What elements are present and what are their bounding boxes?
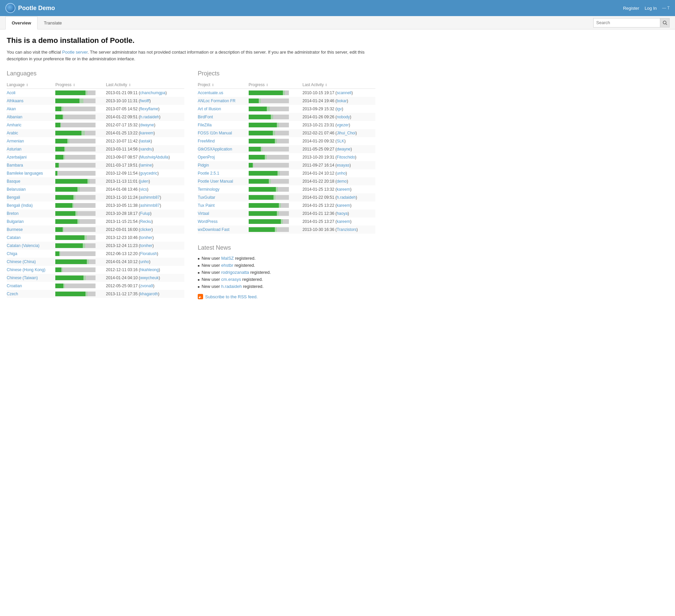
project-link[interactable]: Pidgin — [198, 163, 209, 168]
language-link[interactable]: Arabic — [7, 131, 18, 135]
user-link[interactable]: demo — [337, 179, 347, 184]
language-link[interactable]: Chiga — [7, 251, 17, 256]
user-link[interactable]: h.radaideh — [337, 195, 356, 200]
project-link[interactable]: TuxGuitar — [198, 195, 215, 200]
project-link[interactable]: Terminology — [198, 187, 220, 192]
news-user-link[interactable]: ehstbr — [221, 263, 233, 268]
project-link[interactable]: BirdFont — [198, 115, 213, 119]
language-link[interactable]: Acoli — [7, 90, 15, 95]
user-link[interactable]: kareem — [140, 131, 154, 135]
language-link[interactable]: Croatian — [7, 284, 22, 288]
project-link[interactable]: Pootle User Manual — [198, 179, 233, 184]
user-link[interactable]: toniher — [140, 235, 152, 240]
news-user-link[interactable]: h.radaideh — [221, 284, 242, 289]
project-link[interactable]: FOSS I10n Manual — [198, 131, 232, 135]
user-link[interactable]: unho — [140, 259, 149, 264]
user-link[interactable]: Floratush — [140, 251, 157, 256]
user-link[interactable]: SLK — [337, 139, 345, 143]
user-link[interactable]: guycedric — [140, 171, 157, 176]
rss-link[interactable]: Subscribe to the RSS feed. — [198, 294, 375, 299]
user-link[interactable]: kareem — [337, 203, 350, 208]
tab-translate[interactable]: Translate — [38, 16, 68, 29]
user-link[interactable]: lastak — [140, 139, 150, 143]
project-link[interactable]: GtkOSXApplication — [198, 147, 232, 151]
user-link[interactable]: khagaroth — [140, 292, 158, 296]
user-link[interactable]: esayas — [337, 163, 350, 168]
col-proj-progress-header[interactable]: Progress ⇕ — [249, 81, 303, 89]
user-link[interactable]: flexyflame — [140, 107, 158, 111]
language-link[interactable]: Chinese (Taiwan) — [7, 275, 38, 280]
project-link[interactable]: Tux Paint — [198, 203, 214, 208]
user-link[interactable]: igv — [337, 107, 342, 111]
project-link[interactable]: FreeMind — [198, 139, 215, 143]
user-link[interactable]: julen — [140, 179, 148, 184]
language-link[interactable]: Catalan (Valencia) — [7, 243, 40, 248]
language-link[interactable]: Amharic — [7, 123, 21, 127]
user-link[interactable]: hkahleong — [140, 267, 159, 272]
language-link[interactable]: Bengali — [7, 195, 20, 200]
news-user-link[interactable]: cm.erasys — [221, 277, 241, 282]
user-link[interactable]: scannell — [337, 90, 352, 95]
language-link[interactable]: Albanian — [7, 115, 22, 119]
user-link[interactable]: wwycheuk — [140, 275, 159, 280]
user-link[interactable]: toniher — [140, 243, 152, 248]
language-link[interactable]: Czech — [7, 292, 18, 296]
user-link[interactable]: Recku — [140, 219, 151, 224]
search-button[interactable] — [660, 18, 670, 27]
col-language-header[interactable]: Language ⇕ — [7, 81, 55, 89]
user-link[interactable]: MushviqAbdulla — [140, 155, 169, 160]
language-link[interactable]: Armenian — [7, 139, 24, 143]
project-link[interactable]: ANLoc Formation FR — [198, 99, 236, 103]
user-link[interactable]: chanchumgpa — [140, 90, 165, 95]
register-link[interactable]: Register — [623, 6, 639, 11]
language-link[interactable]: Asturian — [7, 147, 21, 151]
pootle-server-link[interactable]: Pootle server — [62, 50, 88, 55]
col-proj-activity-header[interactable]: Last Activity ⇕ — [303, 81, 375, 89]
language-link[interactable]: Chinese (Hong Kong) — [7, 267, 45, 272]
news-user-link[interactable]: MalSZ — [221, 256, 234, 261]
project-link[interactable]: OpenProj — [198, 155, 215, 160]
user-link[interactable]: bokar — [337, 99, 347, 103]
user-link[interactable]: Fulup — [140, 211, 150, 216]
language-link[interactable]: Azerbaijani — [7, 155, 26, 160]
user-link[interactable]: lamine — [140, 163, 152, 168]
project-link[interactable]: WordPress — [198, 219, 218, 224]
user-link[interactable]: Jihui_Choi — [337, 131, 356, 135]
language-link[interactable]: Belarusian — [7, 187, 26, 192]
user-link[interactable]: dwayne — [140, 123, 154, 127]
language-link[interactable]: Akan — [7, 107, 16, 111]
col-progress-header[interactable]: Progress ⇕ — [55, 81, 106, 89]
tab-overview[interactable]: Overview — [5, 16, 38, 29]
user-link[interactable]: ashimnb87 — [140, 195, 160, 200]
project-link[interactable]: Pootle 2.5.1 — [198, 171, 219, 176]
user-link[interactable]: Tranzistors — [337, 227, 357, 232]
user-link[interactable]: unho — [337, 171, 346, 176]
user-link[interactable]: haoya — [337, 211, 348, 216]
news-user-link[interactable]: rodrigozanatta — [221, 270, 249, 275]
language-link[interactable]: Chinese (China) — [7, 259, 36, 264]
project-link[interactable]: Accentuate.us — [198, 90, 223, 95]
language-link[interactable]: Breton — [7, 211, 18, 216]
project-link[interactable]: Art of Illusion — [198, 107, 221, 111]
user-link[interactable]: dwayne — [337, 147, 351, 151]
project-link[interactable]: Virtaal — [198, 211, 209, 216]
project-link[interactable]: wxDownload Fast — [198, 227, 230, 232]
search-input[interactable] — [593, 18, 660, 27]
user-link[interactable]: fwolff — [140, 99, 149, 103]
language-link[interactable]: Burmese — [7, 227, 23, 232]
user-link[interactable]: zvona9 — [140, 284, 153, 288]
col-project-header[interactable]: Project ⇕ — [198, 81, 249, 89]
language-link[interactable]: Basque — [7, 179, 20, 184]
project-link[interactable]: FileZilla — [198, 123, 211, 127]
language-link[interactable]: Bengali (India) — [7, 203, 33, 208]
user-link[interactable]: vics — [140, 187, 147, 192]
user-link[interactable]: kareem — [337, 187, 350, 192]
user-link[interactable]: nobody — [337, 115, 350, 119]
user-link[interactable]: h.radaideh — [140, 115, 159, 119]
user-link[interactable]: xandru — [140, 147, 152, 151]
login-link[interactable]: Log In — [645, 6, 657, 11]
user-link[interactable]: clicker — [140, 227, 151, 232]
language-link[interactable]: Afrikaans — [7, 99, 23, 103]
language-link[interactable]: Bulgarian — [7, 219, 24, 224]
language-link[interactable]: Bambara — [7, 163, 23, 168]
